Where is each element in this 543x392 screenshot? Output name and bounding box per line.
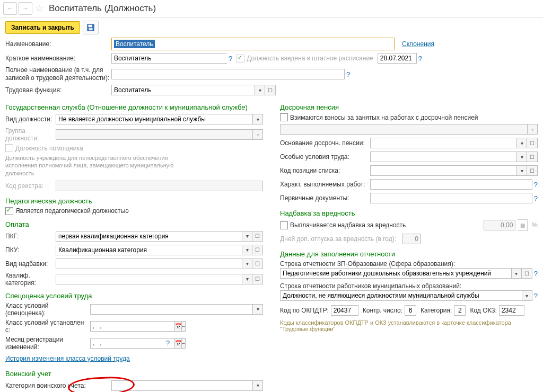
pension-basis-input[interactable] [370,138,516,148]
func-dropdown[interactable] [255,85,265,95]
back-button[interactable]: ← [3,2,17,15]
mil-cat-input[interactable] [111,380,252,391]
pku-input[interactable] [56,245,242,255]
okz-label: Код ОКЗ: [470,307,497,314]
pension-top-input [280,124,527,135]
name-input[interactable]: Воспитатель [111,38,395,50]
spec-from-clear[interactable]: – [182,321,186,332]
full-label: Полное наименование (в т.ч. для записей … [5,66,111,82]
save-and-close-button[interactable]: Записать и закрыть [5,21,80,34]
spec-month-clear[interactable]: – [182,338,186,349]
short-input[interactable] [111,53,227,64]
diskette-icon [87,24,94,31]
declensions-link[interactable]: Склонения [402,40,434,48]
allow-dd[interactable] [242,259,252,269]
report-line1-input[interactable] [280,268,511,279]
pku-dd[interactable] [242,245,252,255]
spec-from-cal[interactable]: 📅 [174,321,182,332]
pension-docs-hint-icon[interactable]: ? [534,194,538,202]
staff-cb[interactable] [237,55,244,63]
harm-cb[interactable] [280,221,288,229]
name-label: Наименование: [5,40,111,48]
pension-spec-label: Особые условия труда: [280,153,370,161]
report-line2-input[interactable] [280,290,522,301]
report-cat-input[interactable] [454,305,466,316]
report-cat-label: Категория: [421,307,452,314]
gov-note: Должность учреждена для непосредственног… [5,154,196,177]
pkg-input[interactable] [56,231,242,242]
staff-date-hint-icon[interactable]: ? [418,55,422,63]
pension-spec-dd[interactable] [516,152,527,162]
pension-title: Досрочная пенсия [280,103,538,111]
allow-label: Вид надбавки: [5,260,56,268]
mil-title: Воинский учет [5,370,263,378]
spec-class-dd[interactable] [252,304,263,315]
pension-nature-input[interactable] [370,179,532,190]
pension-cb-label: Взимаются взносы за занятых на работах с… [290,114,478,121]
full-input[interactable] [111,69,345,79]
harm-amount [484,220,515,230]
qual-open[interactable]: ☐ [252,274,263,284]
forward-button[interactable]: → [19,2,32,15]
report-line1-hint-icon[interactable]: ? [534,270,538,278]
pension-cb[interactable] [280,113,288,121]
allow-input[interactable] [56,259,242,269]
gov-group-input [56,129,252,140]
spec-month-cal[interactable]: 📅 [174,338,182,349]
report-line1-dd[interactable] [511,268,522,279]
star-icon[interactable]: ☆ [34,3,45,14]
pension-basis-open[interactable]: ☐ [527,138,538,148]
pension-list-dd[interactable] [516,165,527,176]
spec-month-input[interactable] [90,338,174,349]
report-line2-dd[interactable] [522,290,532,301]
report-title: Данные для заполнения отчетности [280,250,538,258]
pkg-dd[interactable] [242,231,252,242]
okpdtr-input[interactable] [331,305,358,316]
pension-list-input[interactable] [370,165,516,176]
page-title: Воспитатель (Должность) [47,3,156,14]
qual-label: Квалиф. категория: [5,272,56,287]
gov-kind-label: Вид должности: [5,115,56,123]
spec-title: Спецоценка условий труда [5,292,263,300]
pension-list-open[interactable]: ☐ [527,165,538,176]
func-open[interactable]: ☐ [265,85,276,95]
gov-kind-dd[interactable] [252,114,263,124]
header-toolbar: ← → ☆ Воспитатель (Должность) [0,0,543,17]
full-hint-icon[interactable]: ? [346,70,350,78]
pension-nature-hint-icon[interactable]: ? [534,181,538,189]
save-button[interactable] [83,21,99,34]
pension-spec-open[interactable]: ☐ [527,152,538,162]
short-hint-icon[interactable]: ? [229,55,232,63]
spec-month-hint-icon[interactable]: ? [166,339,170,347]
report-line2-hint-icon[interactable]: ? [534,292,538,300]
qual-dd[interactable] [242,274,252,284]
pkg-open[interactable]: ☐ [252,231,263,242]
pku-open[interactable]: ☐ [252,245,263,255]
pension-docs-input[interactable] [370,193,532,203]
spec-class-input[interactable] [90,304,252,315]
spec-class-label: Класс условий (спецоценка): [5,302,90,317]
allow-open[interactable]: ☐ [252,259,263,269]
ped-cb[interactable] [5,207,13,215]
ctrl-input[interactable] [405,305,416,316]
mil-cat-dd[interactable] [252,380,263,391]
report-line1-open[interactable]: ☐ [522,268,532,279]
pension-spec-input[interactable] [370,152,516,162]
gov-group-label: Группа должности: [5,127,56,142]
report-note: Коды классификаторов ОКПДТР и ОКЗ устана… [280,319,538,332]
qual-input[interactable] [56,274,242,284]
ctrl-label: Контр. число: [363,307,402,314]
calc-icon: ▦ [518,219,528,231]
okz-input[interactable] [499,305,524,316]
spec-from-input[interactable] [90,321,174,332]
pension-basis-dd[interactable] [516,138,527,148]
func-input[interactable] [111,85,255,95]
gov-kind-input[interactable] [56,114,252,124]
func-label: Трудовая функция: [5,86,111,94]
assistant-cb [5,144,13,152]
pension-list-label: Код позиции списка: [280,167,370,174]
staff-date[interactable] [378,53,417,64]
harm-days-label: Дней доп. отпуска за вредность (в год): [280,235,402,243]
spec-month-label: Месяц регистрации изменений: [5,336,90,351]
spec-history-link[interactable]: История изменения класса условий труда [5,355,130,362]
